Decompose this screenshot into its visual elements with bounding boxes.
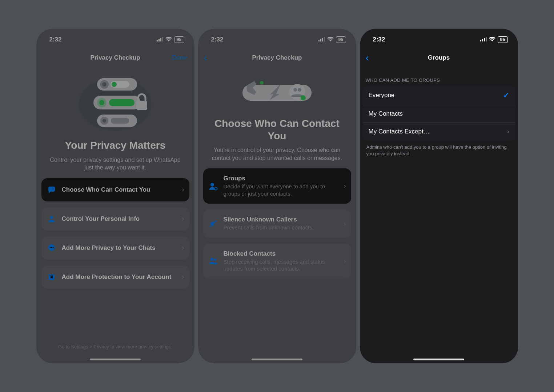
option-subtitle: Decide if you want everyone to add you t… [224,183,339,197]
svg-point-7 [102,82,107,87]
wifi-icon [489,36,495,43]
person-icon [47,214,57,224]
svg-point-38 [215,188,217,189]
nav-bar: ‹ Groups [360,49,518,67]
svg-point-36 [210,183,214,187]
svg-point-19 [50,216,53,219]
svg-point-34 [298,88,301,92]
svg-point-16 [103,119,106,123]
option-my-contacts[interactable]: My Contacts [363,105,515,123]
svg-point-41 [214,259,216,261]
group-person-icon [208,181,218,191]
chevron-right-icon: › [182,273,184,281]
footer-note: Go to Settings > Privacy to view more pr… [36,344,194,349]
option-everyone[interactable]: Everyone ✓ [363,86,515,105]
option-title: Silence Unknown Callers [224,216,339,223]
svg-rect-42 [480,40,481,41]
svg-point-21 [49,247,51,248]
checkmark-icon: ✓ [503,91,509,100]
svg-point-35 [301,95,306,100]
option-contact-you[interactable]: Choose Who Can Contact You › [41,178,189,201]
chevron-right-icon: › [182,186,184,193]
home-indicator [90,359,141,360]
svg-rect-0 [157,40,158,41]
option-title: Control Your Personal Info [62,215,177,223]
svg-rect-43 [482,39,483,41]
nav-title: Privacy Checkup [252,54,302,61]
option-my-contacts-except[interactable]: My Contacts Except… › [363,123,515,140]
chevron-right-icon: › [507,128,509,135]
option-account-protection[interactable]: Add More Protection to Your Account › [41,265,189,289]
chevron-right-icon: › [344,182,346,190]
svg-rect-27 [320,39,321,41]
svg-rect-1 [158,39,160,41]
back-button[interactable]: ‹ [366,52,369,64]
nav-title: Privacy Checkup [90,54,140,61]
option-chats-privacy[interactable]: Add More Privacy to Your Chats › [41,236,189,260]
option-label: My Contacts Except… [369,128,507,135]
option-groups[interactable]: Groups Decide if you want everyone to ad… [203,168,351,204]
signal-icon [157,36,163,43]
option-subtitle: Stop receiving calls, messages and statu… [224,258,339,272]
chevron-right-icon: › [344,220,346,228]
svg-rect-45 [486,37,487,41]
options-list: Groups Decide if you want everyone to ad… [198,162,356,279]
signal-icon [480,36,487,43]
wifi-icon [327,36,334,43]
screen-contact-you: 2:32 95 ‹ Privacy Checkup Choose [198,29,356,363]
wifi-icon [165,36,172,43]
hero-title: Your Privacy Matters [36,139,194,152]
status-time: 2:32 [211,36,224,43]
svg-point-22 [51,247,52,248]
screen-privacy-checkup: 2:32 95 Privacy Checkup Done [36,29,194,363]
chat-bubble-icon [47,243,57,253]
svg-rect-2 [160,38,161,41]
battery-icon: 95 [498,36,508,43]
signal-icon [318,36,325,43]
contact-illustration [198,74,356,113]
option-title: Blocked Contacts [224,250,339,257]
option-silence-callers[interactable]: Silence Unknown Callers Prevent calls fr… [203,209,351,238]
screen-groups: 2:32 95 ‹ Groups WHO CAN ADD ME TO GROUP… [360,29,518,363]
option-title: Add More Privacy to Your Chats [62,244,177,252]
svg-rect-26 [318,40,320,41]
chevron-right-icon: › [182,244,184,252]
option-title: Choose Who Can Contact You [62,186,177,193]
chevron-right-icon: › [182,215,184,223]
nav-bar: ‹ Privacy Checkup [198,49,356,67]
svg-rect-25 [51,276,53,278]
hero-subtitle: You're in control of your privacy. Choos… [198,146,356,162]
svg-rect-44 [484,38,485,41]
status-icons: 95 [157,36,184,43]
nav-title: Groups [428,54,450,61]
status-bar: 2:32 95 [198,29,356,46]
back-button[interactable]: ‹ [204,52,207,64]
svg-point-40 [210,258,213,261]
privacy-illustration [36,68,194,137]
home-indicator [252,359,302,360]
status-icons: 95 [480,36,508,43]
status-icons: 95 [318,36,346,43]
svg-rect-13 [109,99,135,106]
mute-icon [208,219,218,229]
hero-title: Choose Who Can Contact You [198,117,356,142]
option-blocked-contacts[interactable]: Blocked Contacts Stop receiving calls, m… [203,244,351,279]
done-button[interactable]: Done [172,54,187,61]
shield-icon [47,272,57,282]
home-indicator [413,359,464,360]
option-title: Groups [224,175,339,182]
svg-point-9 [112,82,117,87]
option-title: Add More Protection to Your Account [62,273,177,281]
svg-point-31 [260,81,264,85]
options-listgroup: Everyone ✓ My Contacts My Contacts Excep… [363,86,515,140]
option-subtitle: Prevent calls from unknown contacts. [224,224,339,231]
status-time: 2:32 [49,36,62,43]
speech-bubble-icon [47,185,57,195]
option-personal-info[interactable]: Control Your Personal Info › [41,207,189,231]
chevron-right-icon: › [344,257,346,265]
nav-bar: Privacy Checkup Done [36,49,194,67]
svg-rect-28 [322,38,323,41]
svg-rect-3 [162,37,163,41]
svg-rect-17 [111,118,129,124]
svg-rect-18 [136,101,147,110]
